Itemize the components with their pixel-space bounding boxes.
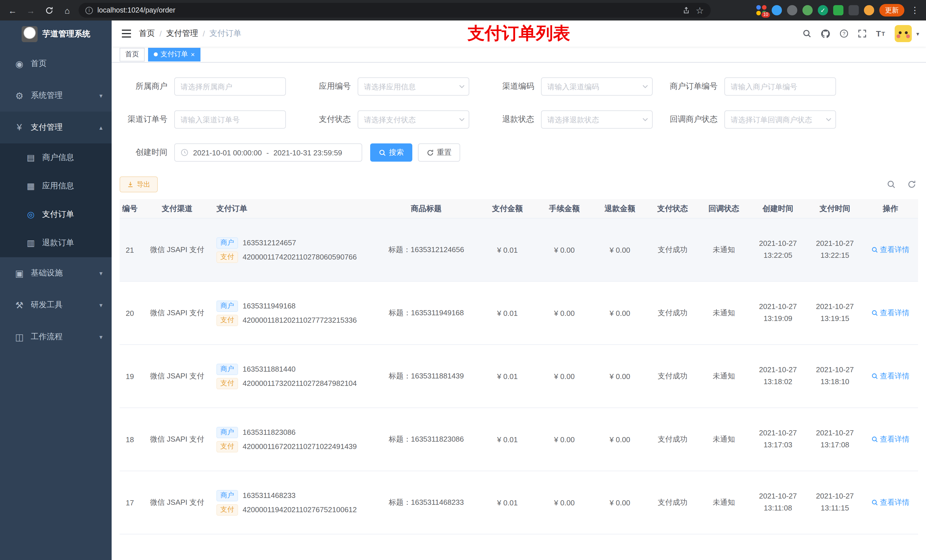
extension-drop-icon[interactable] (772, 5, 782, 15)
sidebar-item-label: 退款订单 (42, 238, 74, 248)
browser-menu-icon[interactable]: ⋮ (909, 5, 920, 15)
bookmark-star-icon[interactable]: ☆ (696, 5, 704, 16)
table-toolbar: 导出 (120, 177, 918, 193)
view-detail-link[interactable]: 查看详情 (872, 498, 909, 508)
pay-order-no: 4200001181202110277723215336 (243, 316, 357, 325)
browser-home-icon[interactable]: ⌂ (61, 3, 74, 17)
sidebar-item-devtools[interactable]: ⚒ 研发工具 ▾ (0, 289, 112, 321)
close-icon[interactable]: × (191, 51, 195, 58)
breadcrumb-separator: / (159, 29, 162, 38)
pay-tag: 支付 (216, 441, 238, 453)
breadcrumb-home[interactable]: 首页 (139, 29, 155, 39)
document-icon: ▥ (24, 238, 38, 248)
pay-status-select[interactable] (358, 111, 469, 129)
merchant-order-no: 1635311881440 (243, 365, 295, 374)
browser-back-icon[interactable]: ← (6, 3, 20, 17)
filter-label: 支付状态 (303, 115, 358, 125)
view-detail-link[interactable]: 查看详情 (872, 435, 909, 445)
help-icon[interactable]: ? (840, 29, 849, 38)
sidebar-item-system[interactable]: ⚙ 系统管理 ▾ (0, 80, 112, 112)
sidebar-item-app-info[interactable]: ▦ 应用信息 (0, 172, 112, 200)
grid-icon: ▦ (24, 181, 38, 191)
channel-code-select[interactable] (541, 78, 653, 96)
header-title: 商品标题 (374, 204, 479, 214)
cell-notify: 未通知 (698, 498, 749, 508)
pay-order-no: 4200001167202110271022491439 (243, 442, 357, 451)
extension-dots-icon[interactable]: 10 (756, 5, 767, 15)
toggle-search-icon[interactable] (885, 178, 897, 191)
merchant-order-no: 1635311468233 (243, 491, 295, 500)
export-button[interactable]: 导出 (120, 177, 158, 193)
extension-square-icon[interactable] (833, 5, 843, 15)
cell-title: 标题：1635311949168 (374, 308, 479, 318)
cell-title: 标题：1635311881439 (374, 371, 479, 382)
sidebar-item-label: 系统管理 (31, 91, 63, 101)
share-icon[interactable] (682, 6, 690, 14)
refresh-icon[interactable] (905, 178, 918, 191)
sidebar-item-home[interactable]: ◉ 首页 (0, 48, 112, 80)
sidebar: 芋道管理系统 ◉ 首页 ⚙ 系统管理 ▾ ¥ 支付管理 ▴ (0, 21, 112, 560)
sidebar-menu: ◉ 首页 ⚙ 系统管理 ▾ ¥ 支付管理 ▴ ▤ 商户信息 (0, 48, 112, 353)
breadcrumb-payment[interactable]: 支付管理 (166, 29, 198, 39)
reset-button[interactable]: 重置 (418, 144, 460, 162)
payment-submenu: ▤ 商户信息 ▦ 应用信息 ◎ 支付订单 ▥ 退款订单 (0, 143, 112, 257)
merchant-order-no-input[interactable] (725, 78, 836, 96)
extension-check-icon[interactable]: ✓ (818, 5, 828, 15)
merchant-tag: 商户 (216, 427, 238, 438)
fullscreen-icon[interactable] (858, 29, 867, 38)
export-button-label: 导出 (137, 180, 150, 190)
browser-forward-icon[interactable]: → (24, 3, 38, 17)
sidebar-item-refund-order[interactable]: ▥ 退款订单 (0, 229, 112, 257)
cell-status: 支付成功 (647, 498, 698, 508)
view-detail-link[interactable]: 查看详情 (872, 308, 909, 318)
font-size-icon[interactable]: TT (876, 29, 885, 38)
pay-order-no: 4200001174202110278060590766 (243, 253, 357, 261)
clock-icon (180, 149, 189, 157)
channel-order-no-input[interactable] (174, 111, 286, 129)
cell-pay-time: 2021-10-2713:19:15 (806, 301, 863, 325)
view-detail-link[interactable]: 查看详情 (872, 245, 909, 255)
sidebar-item-infrastructure[interactable]: ▣ 基础设施 ▾ (0, 257, 112, 289)
pay-tag: 支付 (216, 252, 238, 263)
search-icon[interactable] (803, 29, 812, 38)
merchant-input[interactable] (174, 78, 286, 96)
view-detail-link[interactable]: 查看详情 (872, 371, 909, 382)
pay-order-no: 4200001194202110276752100612 (243, 506, 357, 514)
notify-status-select[interactable] (725, 111, 836, 129)
filter-merchant-order-no: 商户订单编号 (670, 78, 853, 96)
cell-fee: ¥ 0.00 (536, 246, 593, 254)
cell-status: 支付成功 (647, 435, 698, 445)
sidebar-item-payment[interactable]: ¥ 支付管理 ▴ (0, 112, 112, 143)
filter-channel-code: 渠道编码 (486, 78, 670, 96)
browser-reload-icon[interactable] (42, 3, 56, 17)
cell-fee: ¥ 0.00 (536, 435, 593, 444)
search-button[interactable]: 搜索 (370, 144, 412, 162)
site-info-icon[interactable]: i (85, 6, 93, 14)
sidebar-item-workflow[interactable]: ◫ 工作流程 ▾ (0, 321, 112, 353)
github-icon[interactable] (821, 29, 831, 38)
extension-green-icon[interactable] (802, 5, 813, 15)
extensions-puzzle-icon[interactable] (849, 5, 859, 15)
cell-order: 商户1635311… (214, 557, 374, 560)
dashboard-icon: ◉ (12, 58, 26, 69)
user-avatar[interactable] (895, 25, 912, 42)
monitor-icon: ▣ (12, 268, 26, 279)
reset-button-label: 重置 (437, 148, 452, 158)
sidebar-item-pay-order[interactable]: ◎ 支付订单 (0, 200, 112, 229)
date-range-input[interactable]: 2021-10-01 00:00:00 - 2021-10-31 23:59:5… (174, 144, 362, 162)
extension-gray-icon[interactable] (787, 5, 797, 15)
cell-amount: ¥ 0.01 (479, 498, 536, 507)
refund-status-select[interactable] (541, 111, 653, 129)
url-bar[interactable]: i localhost:1024/pay/order ☆ (79, 3, 711, 18)
hamburger-icon[interactable] (118, 26, 135, 42)
app-id-select[interactable] (358, 78, 469, 96)
tab-pay-order[interactable]: 支付订单 × (148, 48, 200, 62)
profile-avatar-icon[interactable] (864, 5, 874, 15)
sidebar-item-merchant-info[interactable]: ▤ 商户信息 (0, 143, 112, 172)
extension-badge: 10 (761, 12, 770, 18)
tab-home[interactable]: 首页 (120, 48, 145, 62)
cell-create-time: 2021-10-2713:19:09 (749, 301, 806, 325)
browser-update-button[interactable]: 更新 (879, 4, 904, 17)
date-separator: - (266, 148, 269, 157)
cell-status: 支付成功 (647, 308, 698, 318)
